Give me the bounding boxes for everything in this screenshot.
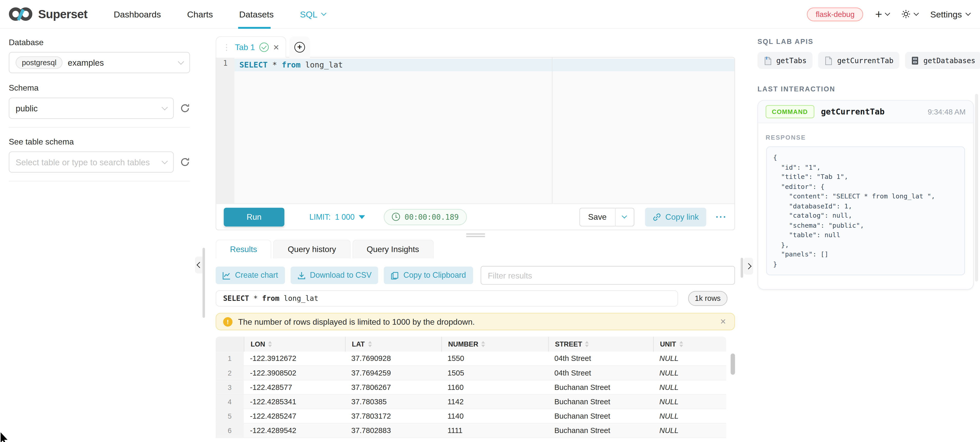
query-timer-badge: 00:00:00.189 xyxy=(384,209,467,225)
get-tabs-button[interactable]: getTabs xyxy=(757,52,813,69)
row-limit-warning: ! The number of rows displayed is limite… xyxy=(216,313,735,330)
cell-street: Buchanan Street xyxy=(548,423,653,437)
sort-icon[interactable] xyxy=(585,341,589,347)
sql-lab-api-panel: SQL LAB APIS getTabs getCurrentTab xyxy=(751,29,980,290)
theme-toggle-button[interactable] xyxy=(902,10,918,19)
panel-scrollbar-thumb[interactable] xyxy=(975,94,978,282)
filter-results-input[interactable] xyxy=(480,266,735,285)
download-csv-button[interactable]: Download to CSV xyxy=(291,266,379,284)
editor-gutter: 1 xyxy=(216,57,234,203)
save-button[interactable]: Save xyxy=(579,207,615,226)
limit-dropdown[interactable]: LIMIT: 1 000 xyxy=(310,212,365,221)
nav-item-sql[interactable]: SQL xyxy=(300,9,326,19)
database-select-value: examples xyxy=(68,58,173,67)
row-index: 2 xyxy=(216,366,244,380)
page-icon xyxy=(825,56,833,65)
sort-icon[interactable] xyxy=(368,341,372,347)
table-vertical-scrollbar[interactable] xyxy=(730,353,735,375)
nav-item-charts[interactable]: Charts xyxy=(187,9,213,19)
cell-unit: NULL xyxy=(653,409,726,423)
plus-circle-icon: + xyxy=(294,41,305,52)
results-table-header: LON LAT NUMBER STREET xyxy=(216,337,726,352)
last-interaction-heading: LAST INTERACTION xyxy=(757,85,974,93)
sql-keyword: from xyxy=(282,60,301,70)
sidebar-divider xyxy=(9,127,190,128)
run-button[interactable]: Run xyxy=(224,207,284,226)
bookmark-tabs-icon xyxy=(764,56,772,65)
sort-icon[interactable] xyxy=(679,341,683,347)
results-table: LON LAT NUMBER STREET xyxy=(216,337,735,438)
column-header-lon[interactable]: LON xyxy=(244,337,345,352)
cell-number: 1160 xyxy=(441,380,548,394)
editor-results-splitter[interactable] xyxy=(216,230,735,239)
editor-tab-1[interactable]: ⋮ Tab 1 ✕ xyxy=(216,36,286,57)
right-rail-scrollbar-thumb[interactable] xyxy=(740,258,743,278)
row-index: 4 xyxy=(216,395,244,408)
editor-tabs: ⋮ Tab 1 ✕ + xyxy=(216,36,735,57)
download-csv-label: Download to CSV xyxy=(310,271,372,279)
new-menu-button[interactable]: + xyxy=(875,8,889,20)
code-area[interactable]: SELECT * from long_lat xyxy=(234,57,734,203)
copy-link-button[interactable]: Copy link xyxy=(644,207,706,226)
column-header-number[interactable]: NUMBER xyxy=(441,337,548,352)
column-label: STREET xyxy=(555,340,582,348)
new-tab-button[interactable]: + xyxy=(289,36,310,57)
link-icon xyxy=(652,212,661,221)
main-menu: Dashboards Charts Datasets SQL xyxy=(114,9,325,19)
more-options-button[interactable]: ··· xyxy=(716,212,727,222)
drag-handle-icon[interactable]: ⋮ xyxy=(223,43,231,51)
database-select[interactable]: postgresql examples xyxy=(9,52,190,73)
cell-street: Buchanan Street xyxy=(548,395,653,408)
cell-unit: NULL xyxy=(653,366,726,380)
create-chart-button[interactable]: Create chart xyxy=(216,266,285,284)
row-index-header xyxy=(216,337,244,352)
cell-street: 04th Street xyxy=(548,352,653,365)
cell-lon: -122.3912672 xyxy=(244,352,345,365)
download-icon xyxy=(298,271,305,279)
tab-results[interactable]: Results xyxy=(216,240,272,258)
active-nav-indicator xyxy=(238,27,271,29)
row-index: 3 xyxy=(216,380,244,394)
column-header-street[interactable]: STREET xyxy=(548,337,653,352)
sql-code-editor[interactable]: 1 SELECT * from long_lat xyxy=(216,57,734,203)
app-body: Database postgresql examples Schema publ… xyxy=(0,29,980,442)
get-current-tab-button[interactable]: getCurrentTab xyxy=(818,52,900,69)
schema-select[interactable]: public xyxy=(9,97,174,119)
superset-logo[interactable]: Superset xyxy=(9,6,88,22)
nav-item-datasets[interactable]: Datasets xyxy=(239,9,274,19)
response-label: RESPONSE xyxy=(766,134,966,141)
timer-value: 00:00:00.189 xyxy=(405,212,459,221)
superset-infinity-icon xyxy=(9,6,33,22)
column-label: LON xyxy=(250,340,265,348)
refresh-tables-icon[interactable] xyxy=(180,157,190,167)
get-databases-button[interactable]: getDatabases xyxy=(905,52,980,69)
schema-label: Schema xyxy=(9,83,190,93)
nav-item-dashboards[interactable]: Dashboards xyxy=(114,9,161,19)
database-dialect-tag: postgresql xyxy=(16,56,63,69)
tab-query-insights[interactable]: Query Insights xyxy=(352,240,433,258)
brand-name: Superset xyxy=(38,7,88,21)
response-json: { "id": "1", "title": "Tab 1", "editor":… xyxy=(766,146,965,275)
cell-unit: NULL xyxy=(653,423,726,437)
table-row: 3 -122.428577 37.7806267 1160 Buchanan S… xyxy=(216,380,726,395)
tab-query-history[interactable]: Query history xyxy=(273,240,350,258)
cell-number: 1550 xyxy=(441,352,548,365)
copy-to-clipboard-button[interactable]: Copy to Clipboard xyxy=(384,266,473,284)
warning-close-icon[interactable]: ✕ xyxy=(720,317,727,326)
save-options-button[interactable] xyxy=(615,207,634,226)
left-rail-scrollbar-thumb[interactable] xyxy=(202,248,205,318)
warning-text: The number of rows displayed is limited … xyxy=(238,317,475,327)
splitter-grip-icon xyxy=(466,233,485,235)
sort-icon[interactable] xyxy=(268,341,272,347)
table-row: 4 -122.4285341 37.780385 1142 Buchanan S… xyxy=(216,395,726,409)
clipboard-icon xyxy=(391,271,399,279)
settings-menu[interactable]: Settings xyxy=(930,9,970,19)
table-select[interactable]: Select table or type to search tables xyxy=(9,152,174,173)
column-header-unit[interactable]: UNIT xyxy=(653,337,726,352)
row-index: 6 xyxy=(216,423,244,437)
tab-close-icon[interactable]: ✕ xyxy=(273,43,280,52)
refresh-schemas-icon[interactable] xyxy=(180,103,190,113)
column-header-lat[interactable]: LAT xyxy=(345,337,441,352)
sort-icon[interactable] xyxy=(482,341,485,347)
command-card-header: COMMAND getCurrentTab 9:34:48 AM xyxy=(758,101,973,123)
